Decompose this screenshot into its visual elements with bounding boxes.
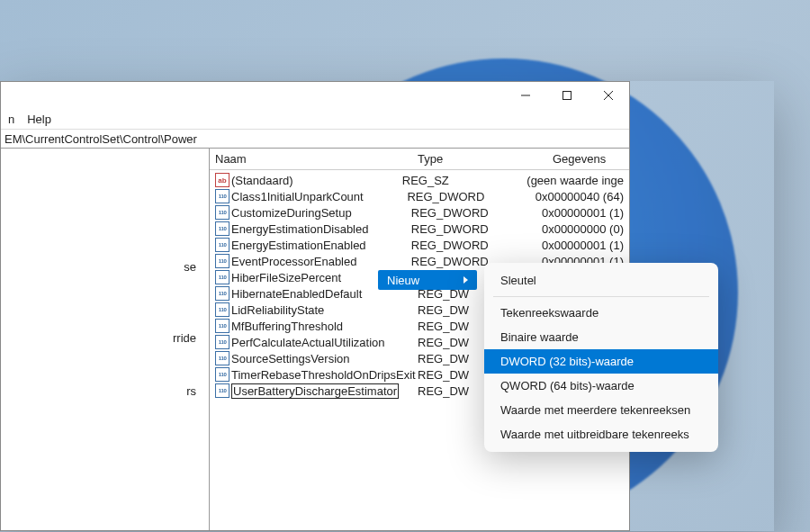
submenu-new: Sleutel Tekenreekswaarde Binaire waarde … bbox=[484, 263, 718, 452]
value-type: REG_DWORD bbox=[407, 190, 535, 203]
submenu-key[interactable]: Sleutel bbox=[484, 268, 718, 293]
table-row[interactable]: (Standaard)REG_SZ(geen waarde inge bbox=[210, 172, 629, 188]
value-data: 0x00000001 (1) bbox=[542, 239, 624, 252]
tree-item[interactable]: rs bbox=[4, 383, 205, 400]
dword-icon bbox=[215, 335, 230, 349]
value-name: LidReliabilityState bbox=[231, 303, 324, 317]
value-name: SourceSettingsVersion bbox=[231, 352, 350, 365]
minimize-button[interactable] bbox=[505, 82, 546, 109]
value-name: CustomizeDuringSetup bbox=[231, 206, 352, 220]
value-name: (Standaard) bbox=[231, 174, 293, 187]
dword-icon bbox=[215, 351, 230, 365]
value-data: (geen waarde inge bbox=[526, 174, 624, 187]
header-type[interactable]: Type bbox=[418, 152, 553, 166]
dword-icon bbox=[215, 189, 230, 203]
submenu-dword32[interactable]: DWORD (32 bits)-waarde bbox=[484, 349, 718, 374]
value-name: TimerRebaseThresholdOnDripsExit bbox=[231, 368, 416, 382]
address-bar[interactable]: EM\CurrentControlSet\Control\Power bbox=[1, 129, 629, 149]
value-type: REG_DWORD bbox=[411, 206, 542, 220]
dword-icon bbox=[215, 205, 230, 220]
value-name: MfBufferingThreshold bbox=[231, 320, 343, 333]
value-name[interactable]: UserBatteryDischargeEstimator bbox=[231, 383, 399, 399]
string-icon bbox=[215, 173, 230, 187]
chevron-right-icon bbox=[464, 276, 468, 284]
table-row[interactable]: EnergyEstimationDisabledREG_DWORD0x00000… bbox=[210, 221, 629, 237]
tree-item[interactable]: rride bbox=[4, 329, 205, 347]
dword-icon bbox=[215, 302, 230, 317]
titlebar bbox=[1, 82, 629, 109]
separator bbox=[493, 296, 709, 297]
table-row[interactable]: EnergyEstimationEnabledREG_DWORD0x000000… bbox=[210, 237, 629, 253]
address-path: EM\CurrentControlSet\Control\Power bbox=[4, 132, 197, 146]
menu-help[interactable]: Help bbox=[27, 113, 51, 126]
submenu-qword64[interactable]: QWORD (64 bits)-waarde bbox=[484, 374, 718, 398]
value-type: REG_SZ bbox=[402, 174, 527, 187]
value-name: EnergyEstimationEnabled bbox=[231, 239, 366, 252]
menubar: n Help bbox=[1, 109, 629, 129]
maximize-button[interactable] bbox=[546, 82, 588, 109]
value-type: REG_DWORD bbox=[411, 239, 542, 252]
value-name: PerfCalculateActualUtilization bbox=[231, 336, 385, 349]
dword-icon bbox=[215, 367, 230, 382]
header-data[interactable]: Gegevens bbox=[553, 152, 624, 166]
list-header: Naam Type Gegevens bbox=[210, 149, 629, 170]
dword-icon bbox=[215, 383, 230, 398]
value-name: HiberFileSizePercent bbox=[231, 271, 341, 284]
submenu-expandsz[interactable]: Waarde met uitbreidbare tekenreeks bbox=[484, 422, 718, 446]
value-name: Class1InitialUnparkCount bbox=[231, 190, 364, 203]
header-name[interactable]: Naam bbox=[215, 152, 418, 166]
value-data: 0x00000001 (1) bbox=[542, 206, 624, 220]
value-name: EventProcessorEnabled bbox=[231, 255, 356, 268]
submenu-binary[interactable]: Binaire waarde bbox=[484, 325, 718, 349]
context-new-label: Nieuw bbox=[387, 274, 419, 287]
value-name: HibernateEnabledDefault bbox=[231, 287, 362, 301]
context-menu-new[interactable]: Nieuw bbox=[378, 270, 477, 290]
svg-rect-1 bbox=[563, 92, 572, 100]
value-data: 0x00000000 (0) bbox=[542, 222, 624, 236]
dword-icon bbox=[215, 270, 230, 284]
menu-item[interactable]: n bbox=[8, 113, 14, 126]
tree-item[interactable]: se bbox=[4, 258, 205, 275]
table-row[interactable]: CustomizeDuringSetupREG_DWORD0x00000001 … bbox=[210, 204, 629, 221]
value-name: EnergyEstimationDisabled bbox=[231, 222, 368, 236]
tree-panel[interactable]: se rride rs bbox=[1, 149, 210, 530]
submenu-multisz[interactable]: Waarde met meerdere tekenreeksen bbox=[484, 398, 718, 422]
dword-icon bbox=[215, 238, 230, 252]
dword-icon bbox=[215, 286, 230, 301]
dword-icon bbox=[215, 221, 230, 236]
dword-icon bbox=[215, 319, 230, 333]
value-type: REG_DWORD bbox=[411, 222, 542, 236]
value-data: 0x00000040 (64) bbox=[536, 190, 624, 203]
dword-icon bbox=[215, 254, 230, 268]
submenu-string[interactable]: Tekenreekswaarde bbox=[484, 301, 718, 325]
table-row[interactable]: Class1InitialUnparkCountREG_DWORD0x00000… bbox=[210, 188, 629, 204]
close-button[interactable] bbox=[588, 82, 629, 109]
